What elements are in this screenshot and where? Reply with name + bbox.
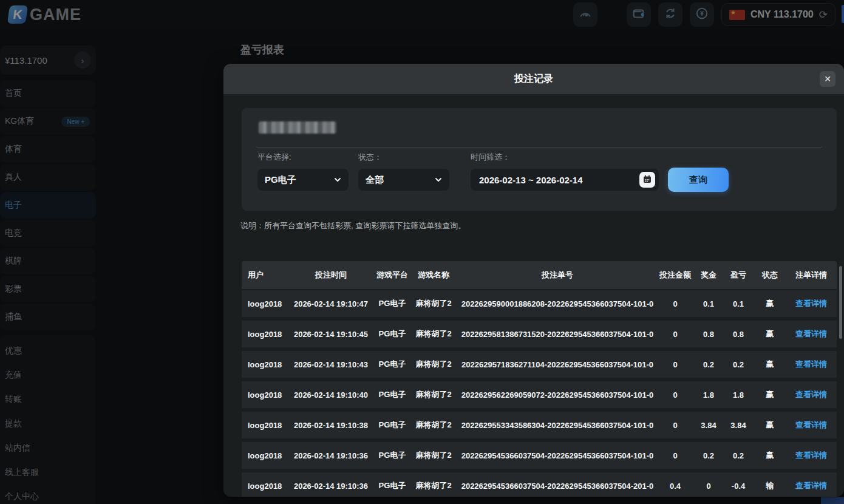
filter-card: 平台选择: 状态： 时间筛选： PG电子 全部 2026-02-13 ~ 202… xyxy=(242,108,837,211)
scrollbar-thumb[interactable] xyxy=(839,266,842,339)
blurred-username xyxy=(259,121,336,134)
cell-profit: 1.8 xyxy=(723,390,754,400)
modal-title: 投注记录 xyxy=(514,73,553,86)
cell-game-platform: PG电子 xyxy=(376,389,408,400)
table-header-row: 用户投注时间游戏平台游戏名称投注单号投注金额奖金盈亏状态注单详情 xyxy=(242,261,837,289)
cell-game-name: 麻将胡了2 xyxy=(408,420,459,431)
cell-order-number: 2022629553343586304-2022629545366037504-… xyxy=(459,421,656,430)
close-icon[interactable]: ✕ xyxy=(820,71,835,87)
cell-game-platform: PG电子 xyxy=(376,420,408,431)
time-label: 时间筛选： xyxy=(471,152,510,163)
cell-bet-time: 2026-02-14 19:10:36 xyxy=(285,451,376,460)
cell-order-number: 2022629545366037504-2022629545366037504-… xyxy=(459,451,656,460)
view-detail-link[interactable]: 查看详情 xyxy=(786,480,837,491)
cell-bonus: 0 xyxy=(695,482,723,491)
cell-game-name: 麻将胡了2 xyxy=(408,480,459,491)
table-row: loog20182026-02-14 19:10:45PG电子麻将胡了22022… xyxy=(242,321,837,347)
platform-label: 平台选择: xyxy=(257,152,291,163)
cell-bet-time: 2026-02-14 19:10:47 xyxy=(285,299,376,308)
cell-bet-amount: 0 xyxy=(656,330,695,339)
cell-bet-amount: 0 xyxy=(656,451,695,460)
column-header-game-name: 游戏名称 xyxy=(408,270,459,281)
cell-bonus: 1.8 xyxy=(695,390,723,400)
calendar-icon xyxy=(642,174,652,186)
cell-profit: 0.1 xyxy=(723,299,754,308)
view-detail-link[interactable]: 查看详情 xyxy=(786,329,837,339)
cell-bonus: 0.2 xyxy=(695,451,723,460)
cell-game-platform: PG电子 xyxy=(376,359,408,370)
view-detail-link[interactable]: 查看详情 xyxy=(786,450,837,461)
cell-status: 赢 xyxy=(754,298,786,309)
column-header-bet-time: 投注时间 xyxy=(285,270,376,281)
cell-profit: 3.84 xyxy=(723,421,754,430)
cell-game-platform: PG电子 xyxy=(376,450,408,461)
column-header-profit: 盈亏 xyxy=(723,270,754,281)
search-button[interactable]: 查询 xyxy=(668,168,729,192)
cell-game-platform: PG电子 xyxy=(376,480,408,491)
cell-order-number: 2022629562269059072-2022629545366037504-… xyxy=(459,390,656,400)
divider xyxy=(256,147,822,148)
cell-bet-amount: 0 xyxy=(656,421,695,430)
cell-game-platform: PG电子 xyxy=(376,329,408,339)
view-detail-link[interactable]: 查看详情 xyxy=(786,420,837,431)
column-header-bonus: 奖金 xyxy=(695,270,723,281)
cell-game-name: 麻将胡了2 xyxy=(408,298,459,309)
table-row: loog20182026-02-14 19:10:38PG电子麻将胡了22022… xyxy=(242,412,837,438)
table-row: loog20182026-02-14 19:10:36PG电子麻将胡了22022… xyxy=(242,472,837,497)
note-text: 说明：所有平台查询不包括彩票, 查询彩票请下拉筛选单独查询。 xyxy=(240,220,466,231)
cell-game-name: 麻将胡了2 xyxy=(408,450,459,461)
cell-status: 赢 xyxy=(754,389,786,400)
table-body: loog20182026-02-14 19:10:47PG电子麻将胡了22022… xyxy=(242,290,837,497)
cell-bonus: 3.84 xyxy=(695,421,723,430)
cell-profit: 0.2 xyxy=(723,451,754,460)
cell-bet-time: 2026-02-14 19:10:38 xyxy=(285,421,376,430)
column-header-user: 用户 xyxy=(242,270,285,281)
cell-bonus: 0.8 xyxy=(695,330,723,339)
bet-records-modal: 投注记录 ✕ 平台选择: 状态： 时间筛选： PG电子 全部 2026-02-1… xyxy=(223,64,844,497)
cell-bet-amount: 0 xyxy=(656,299,695,308)
table-row: loog20182026-02-14 19:10:36PG电子麻将胡了22022… xyxy=(242,442,837,469)
view-detail-link[interactable]: 查看详情 xyxy=(786,359,837,370)
cell-order-number: 2022629590001886208-2022629545366037504-… xyxy=(459,299,656,308)
cell-game-platform: PG电子 xyxy=(376,298,408,309)
date-range-input[interactable]: 2026-02-13 ~ 2026-02-14 xyxy=(471,169,659,191)
calendar-button[interactable] xyxy=(639,172,655,188)
cell-bet-time: 2026-02-14 19:10:45 xyxy=(285,330,376,339)
cell-user: loog2018 xyxy=(242,390,285,400)
cell-game-name: 麻将胡了2 xyxy=(408,359,459,370)
cell-status: 输 xyxy=(754,480,786,491)
column-header-bet-amount: 投注金额 xyxy=(656,270,695,281)
modal-header: 投注记录 ✕ xyxy=(223,64,844,94)
cell-bet-time: 2026-02-14 19:10:40 xyxy=(285,390,376,400)
cell-status: 赢 xyxy=(754,329,786,339)
cell-game-name: 麻将胡了2 xyxy=(408,389,459,400)
cell-order-number: 2022629581386731520-2022629545366037504-… xyxy=(459,330,656,339)
bet-records-table: 用户投注时间游戏平台游戏名称投注单号投注金额奖金盈亏状态注单详情 loog201… xyxy=(242,261,837,497)
cell-user: loog2018 xyxy=(242,330,285,339)
cell-bet-amount: 0 xyxy=(656,360,695,369)
status-select[interactable]: 全部 xyxy=(358,169,449,191)
cell-profit: -0.4 xyxy=(723,482,754,491)
cell-bet-time: 2026-02-14 19:10:43 xyxy=(285,360,376,369)
chevron-down-icon xyxy=(334,175,341,185)
view-detail-link[interactable]: 查看详情 xyxy=(786,389,837,400)
view-detail-link[interactable]: 查看详情 xyxy=(786,298,837,309)
column-header-game-platform: 游戏平台 xyxy=(376,270,408,281)
cell-user: loog2018 xyxy=(242,299,285,308)
platform-select-value: PG电子 xyxy=(265,174,296,186)
column-header-order-number: 投注单号 xyxy=(459,270,656,281)
cell-profit: 0.2 xyxy=(723,360,754,369)
cell-bet-time: 2026-02-14 19:10:36 xyxy=(285,482,376,491)
cell-user: loog2018 xyxy=(242,451,285,460)
cell-status: 赢 xyxy=(754,359,786,370)
platform-select[interactable]: PG电子 xyxy=(257,169,349,191)
table-row: loog20182026-02-14 19:10:40PG电子麻将胡了22022… xyxy=(242,381,837,408)
status-select-value: 全部 xyxy=(366,174,384,186)
cell-game-name: 麻将胡了2 xyxy=(408,329,459,339)
cell-bet-amount: 0.4 xyxy=(656,482,695,491)
column-header-detail: 注单详情 xyxy=(786,270,837,281)
date-range-value: 2026-02-13 ~ 2026-02-14 xyxy=(479,175,583,185)
cell-bonus: 0.1 xyxy=(695,299,723,308)
column-header-status: 状态 xyxy=(754,270,786,281)
cell-status: 赢 xyxy=(754,450,786,461)
